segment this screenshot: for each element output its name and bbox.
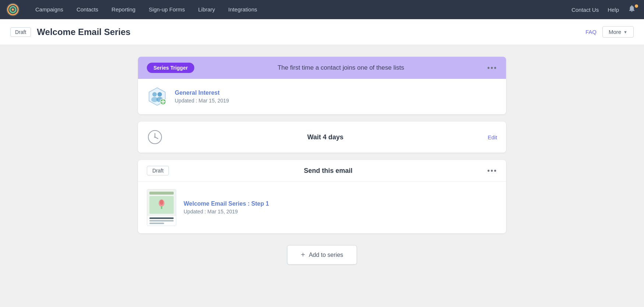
- more-label: More: [609, 29, 621, 35]
- main-content: Series Trigger The first time a contact …: [0, 45, 644, 276]
- svg-point-17: [160, 200, 163, 205]
- svg-point-15: [154, 136, 156, 138]
- nav-campaigns[interactable]: Campaigns: [29, 0, 70, 19]
- wait-label: Wait 4 days: [170, 133, 480, 141]
- add-to-series-button[interactable]: + Add to series: [287, 245, 357, 265]
- nav-contacts[interactable]: Contacts: [70, 0, 105, 19]
- nav-signup-forms[interactable]: Sign-up Forms: [142, 0, 191, 19]
- send-email-label: Send this email: [175, 167, 481, 175]
- thumb-rose-icon: [157, 199, 166, 210]
- add-to-series-label: Add to series: [309, 252, 343, 258]
- trigger-list-updated: Updated : Mar 15, 2019: [175, 98, 229, 104]
- page-title: Welcome Email Series: [37, 27, 580, 37]
- series-trigger-badge[interactable]: Series Trigger: [147, 63, 194, 73]
- clock-icon: [147, 129, 163, 145]
- email-name[interactable]: Welcome Email Series : Step 1: [184, 200, 269, 207]
- nav-integrations[interactable]: Integrations: [222, 0, 263, 19]
- app-logo[interactable]: [6, 3, 20, 17]
- svg-point-7: [158, 92, 162, 97]
- thumb-top: [147, 189, 176, 216]
- thumb-header: [149, 192, 174, 195]
- add-to-series-container: + Add to series: [138, 245, 506, 265]
- list-group-icon: [147, 86, 167, 107]
- email-card-header: Draft Send this email •••: [138, 160, 506, 182]
- trigger-card-header: Series Trigger The first time a contact …: [138, 57, 506, 79]
- thumb-text-lines: [147, 216, 176, 226]
- chevron-down-icon: ▼: [623, 30, 627, 34]
- more-button[interactable]: More ▼: [602, 26, 634, 38]
- nav-right: Contact Us Help: [572, 4, 638, 15]
- thumb-line-2: [149, 220, 174, 221]
- email-thumbnail: [147, 189, 176, 226]
- email-card-body: Welcome Email Series : Step 1 Updated : …: [138, 182, 506, 233]
- nav-links: Campaigns Contacts Reporting Sign-up For…: [29, 0, 572, 19]
- status-badge[interactable]: Draft: [10, 27, 31, 37]
- thumb-image: [149, 196, 174, 214]
- notification-dot: [635, 4, 638, 8]
- trigger-list-name[interactable]: General Interest: [175, 90, 229, 96]
- trigger-options-button[interactable]: •••: [487, 64, 497, 71]
- svg-rect-18: [161, 206, 162, 209]
- card-container: Series Trigger The first time a contact …: [138, 57, 506, 265]
- faq-link[interactable]: FAQ: [585, 29, 597, 35]
- plus-icon: +: [301, 251, 305, 259]
- thumb-line-3: [149, 223, 164, 224]
- top-navigation: Campaigns Contacts Reporting Sign-up For…: [0, 0, 644, 19]
- email-updated: Updated : Mar 15, 2019: [184, 209, 269, 214]
- email-draft-badge: Draft: [147, 166, 169, 175]
- email-info: Welcome Email Series : Step 1 Updated : …: [184, 200, 269, 214]
- thumb-line-1: [149, 217, 174, 219]
- notifications-bell[interactable]: [628, 4, 638, 15]
- nav-library[interactable]: Library: [192, 0, 222, 19]
- email-options-button[interactable]: •••: [487, 167, 497, 174]
- trigger-list-info: General Interest Updated : Mar 15, 2019: [175, 90, 229, 104]
- trigger-description: The first time a contact joins one of th…: [200, 64, 481, 71]
- nav-help[interactable]: Help: [608, 7, 619, 13]
- edit-wait-button[interactable]: Edit: [488, 134, 497, 140]
- trigger-card: Series Trigger The first time a contact …: [138, 57, 506, 114]
- nav-reporting[interactable]: Reporting: [105, 0, 142, 19]
- svg-point-3: [12, 8, 14, 11]
- header-bar: Draft Welcome Email Series FAQ More ▼: [0, 19, 644, 45]
- wait-card: Wait 4 days Edit: [138, 122, 506, 153]
- nav-contact-us[interactable]: Contact Us: [572, 7, 599, 13]
- email-card: Draft Send this email •••: [138, 160, 506, 233]
- svg-point-5: [152, 92, 157, 97]
- trigger-card-body: General Interest Updated : Mar 15, 2019: [138, 79, 506, 114]
